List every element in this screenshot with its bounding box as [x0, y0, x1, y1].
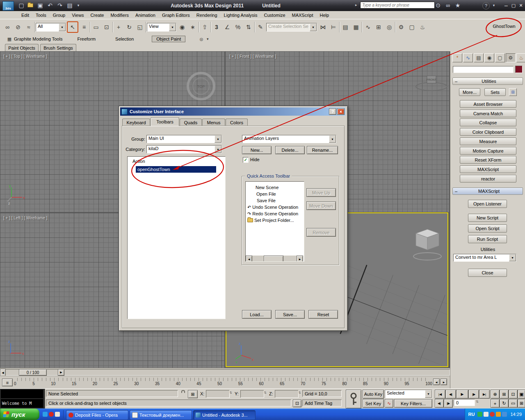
select-and-rotate-icon[interactable]: ↻ — [124, 22, 134, 32]
remove-button[interactable]: Remove — [306, 228, 336, 237]
object-name-field[interactable] — [453, 66, 514, 73]
menu-maxscript[interactable]: MAXScript — [289, 12, 317, 18]
rendered-frame-window-icon[interactable]: ▢ — [407, 22, 417, 32]
select-and-manipulate-icon[interactable]: ∗ — [188, 22, 198, 32]
named-selection-sets-dropdown[interactable]: Create Selection Se ▼ — [266, 23, 317, 32]
render-setup-icon[interactable]: ⚙ — [396, 22, 406, 32]
chevron-down-icon[interactable]: ▼ — [215, 146, 221, 153]
close-button[interactable]: × — [518, 1, 524, 10]
close-utility-button[interactable]: Close — [468, 269, 507, 277]
save-button[interactable]: Save... — [275, 310, 305, 319]
menu-rendering[interactable]: Rendering — [193, 12, 221, 18]
key-curve-icon[interactable]: ∿ — [385, 399, 393, 408]
edit-named-selection-sets-icon[interactable]: ✎ — [256, 22, 265, 32]
ruler-scroll-left[interactable]: ◀ — [433, 379, 440, 385]
dialog-close-button[interactable]: × — [337, 108, 345, 115]
chevron-down-icon[interactable]: ▼ — [329, 135, 336, 143]
utility-reactor[interactable]: reactor — [460, 175, 516, 183]
material-editor-icon[interactable]: ◎ — [384, 22, 394, 32]
tray-language-indicator[interactable]: RU — [468, 412, 475, 417]
listener-script-row[interactable]: Welcome to M — [1, 399, 43, 408]
slider-right-arrow[interactable]: ▶ — [58, 369, 64, 376]
hide-checkbox-label[interactable]: Hide — [250, 157, 260, 162]
next-key-button[interactable]: |▶ — [468, 390, 479, 399]
selection-filter-dropdown[interactable]: All ▼ — [36, 23, 66, 32]
time-slider-handle[interactable]: 0 / 100 — [19, 369, 47, 376]
app-logo-icon[interactable]: 3ds — [2, 1, 14, 11]
mirror-icon[interactable]: ⋈ — [318, 22, 328, 32]
tab-keyboard[interactable]: Keyboard — [122, 119, 150, 126]
zoom-extents-icon[interactable]: ⊡ — [509, 390, 518, 399]
zoom-extents-all-icon[interactable]: ▣ — [518, 390, 525, 399]
previous-frame-button[interactable]: ◀| — [435, 399, 444, 408]
auto-key-button[interactable]: Auto Key — [363, 390, 384, 399]
qat-save-file-icon[interactable]: ▣ — [36, 1, 44, 10]
max-tab-icon[interactable]: ♨ — [516, 53, 525, 62]
open-listener-button[interactable]: Open Listener — [468, 200, 507, 208]
quicklaunch-opera-icon[interactable] — [49, 412, 54, 417]
angle-snap-icon[interactable]: ∠ — [222, 22, 232, 32]
search-icon[interactable]: ⊙ — [434, 1, 442, 10]
utility-maxscript[interactable]: MAXScript — [460, 165, 516, 173]
ribbon-tab-freeform[interactable]: Freeform — [66, 36, 106, 42]
select-object-icon[interactable]: ↖ — [67, 21, 78, 33]
select-and-move-icon[interactable]: + — [114, 22, 123, 32]
qat-item-open-file[interactable]: Open File — [246, 191, 304, 197]
new-toolbar-button[interactable]: New... — [242, 146, 272, 154]
group-dropdown[interactable]: Main UI ▼ — [146, 135, 222, 143]
ghosttown-button[interactable]: GhostTown — [491, 24, 517, 30]
rectangular-selection-region-icon[interactable]: ▭ — [91, 22, 101, 32]
quicklaunch-browser-icon[interactable] — [43, 412, 48, 417]
dialog-titlebar[interactable]: Customize User Interface ? × — [120, 107, 345, 116]
hierarchy-tab-icon[interactable]: ▤ — [474, 53, 484, 62]
qat-new-scene-icon[interactable]: ▢ — [17, 1, 25, 10]
maximize-button[interactable]: ▢ — [510, 1, 517, 10]
goto-end-button[interactable]: ▶| — [479, 390, 490, 399]
y-field[interactable] — [240, 390, 264, 398]
ruler-labels[interactable]: 0 5 10 15 20 25 30 35 40 45 50 55 60 65 … — [14, 381, 432, 386]
qat-list[interactable]: New Scene Open File Save File ↶ Undo Sce… — [245, 181, 304, 262]
menu-customize[interactable]: Customize — [261, 12, 289, 18]
action-item-openghosttown[interactable]: openGhostTown — [136, 166, 216, 173]
help-icon[interactable]: ? — [482, 2, 490, 9]
utility-motion-capture[interactable]: Motion Capture — [460, 147, 516, 155]
absolute-mode-icon[interactable]: ⊞ — [188, 390, 198, 398]
tray-clock[interactable]: 14:29 — [510, 412, 522, 417]
tray-icon[interactable] — [496, 412, 501, 417]
move-up-button[interactable]: Move Up — [306, 188, 336, 197]
open-mini-curve-editor-icon[interactable]: ≡ — [2, 379, 13, 386]
play-button[interactable]: ▶ — [456, 390, 468, 399]
delete-toolbar-button[interactable]: Delete... — [275, 146, 305, 154]
tab-menus[interactable]: Menus — [202, 119, 225, 126]
sets-button[interactable]: Sets — [484, 88, 506, 96]
menu-group[interactable]: Group — [50, 12, 69, 18]
open-script-button[interactable]: Open Script — [468, 224, 507, 233]
reset-button[interactable]: Reset — [308, 310, 338, 319]
communication-center-icon[interactable]: ∞ — [444, 1, 452, 10]
motion-tab-icon[interactable]: ◉ — [484, 53, 494, 62]
tray-icon[interactable] — [477, 412, 482, 417]
layer-manager-icon[interactable]: ▤ — [340, 22, 350, 32]
toolbar-select-dropdown[interactable]: Animation Layers ▼ — [242, 135, 336, 143]
utility-measure[interactable]: Measure — [460, 137, 516, 145]
scroll-thumb[interactable] — [264, 256, 283, 262]
qat-redo-icon[interactable]: ↷ — [56, 1, 64, 10]
modify-tab-icon[interactable]: ∿ — [463, 53, 473, 62]
search-input[interactable] — [360, 2, 435, 9]
task-3dsmax[interactable]: Untitled - Autodesk 3... — [193, 410, 256, 420]
use-pivot-point-icon[interactable]: ◉ — [177, 22, 187, 32]
chevron-down-icon[interactable]: ▼ — [425, 390, 432, 398]
frame-spinner[interactable]: ⇅ — [476, 400, 479, 404]
viewcube-gizmo[interactable] — [407, 224, 448, 269]
utilities-tab-icon[interactable]: ⚙ — [506, 53, 516, 62]
scroll-left-arrow[interactable]: ◀ — [246, 256, 252, 262]
qat-item-undo[interactable]: ↶ Undo Scene Operation — [246, 204, 304, 210]
utility-reset-xform[interactable]: Reset XForm — [460, 156, 516, 164]
tab-colors[interactable]: Colors — [226, 119, 248, 126]
chevron-down-icon[interactable]: ▼ — [509, 254, 516, 261]
display-tab-icon[interactable]: ▢ — [495, 53, 505, 62]
help-dropdown-icon[interactable]: ▾ — [491, 1, 496, 10]
ribbon-tab-graphite[interactable]: Graphite Modeling Tools — [13, 36, 66, 42]
chevron-down-icon[interactable]: ▼ — [169, 23, 176, 31]
favorites-star-icon[interactable]: ★ — [454, 1, 462, 10]
